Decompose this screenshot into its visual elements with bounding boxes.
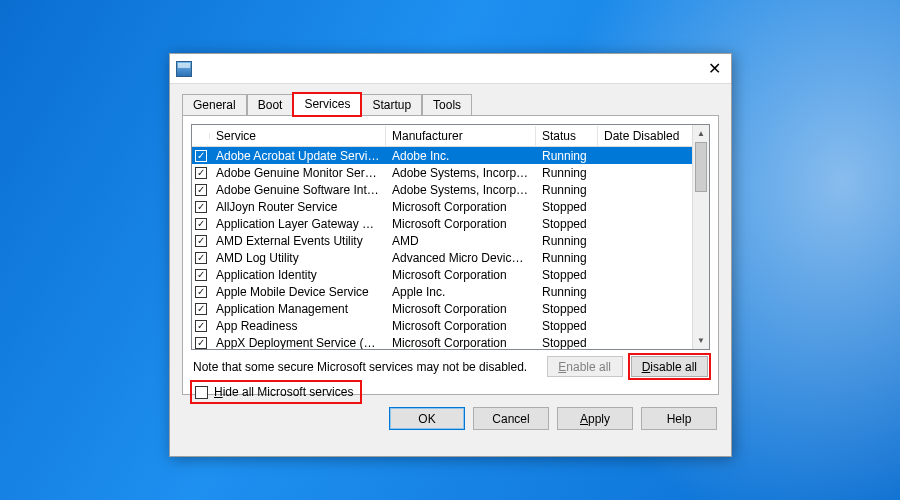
row-checkbox[interactable]: ✓ [195,303,207,315]
cell-status: Stopped [536,336,598,350]
cell-status: Stopped [536,319,598,333]
cell-status: Running [536,251,598,265]
cell-manufacturer: Microsoft Corporation [386,217,536,231]
tab-general[interactable]: General [182,94,247,116]
cell-status: Running [536,149,598,163]
col-service[interactable]: Service [210,126,386,146]
listview-header[interactable]: Service Manufacturer Status Date Disable… [192,125,709,147]
table-row[interactable]: ✓Apple Mobile Device ServiceApple Inc.Ru… [192,283,709,300]
table-row[interactable]: ✓Application IdentityMicrosoft Corporati… [192,266,709,283]
row-checkbox[interactable]: ✓ [195,286,207,298]
cell-service: Adobe Acrobat Update Service [210,149,386,163]
row-checkbox[interactable]: ✓ [195,167,207,179]
disable-all-mnemonic: D [642,360,651,374]
cell-service: Application Identity [210,268,386,282]
services-listview[interactable]: Service Manufacturer Status Date Disable… [191,124,710,350]
close-icon[interactable]: ✕ [708,61,721,77]
hide-microsoft-label: Hide all Microsoft services [214,385,353,399]
scroll-up-icon[interactable]: ▲ [693,125,709,142]
row-checkbox[interactable]: ✓ [195,337,207,349]
enable-all-rest: nable all [566,360,611,374]
table-row[interactable]: ✓AMD External Events UtilityAMDRunning [192,232,709,249]
cell-manufacturer: Adobe Inc. [386,149,536,163]
titlebar: ✕ [170,54,731,84]
help-button[interactable]: Help [641,407,717,430]
cell-manufacturer: Microsoft Corporation [386,302,536,316]
vertical-scrollbar[interactable]: ▲ ▼ [692,125,709,349]
cell-status: Running [536,183,598,197]
cell-service: AllJoyn Router Service [210,200,386,214]
cell-manufacturer: Microsoft Corporation [386,268,536,282]
cell-service: AMD Log Utility [210,251,386,265]
table-row[interactable]: ✓Application ManagementMicrosoft Corpora… [192,300,709,317]
cell-status: Running [536,234,598,248]
listview-body: ✓Adobe Acrobat Update ServiceAdobe Inc.R… [192,147,709,349]
secure-services-note: Note that some secure Microsoft services… [193,360,527,374]
cell-manufacturer: Advanced Micro Devices, I... [386,251,536,265]
row-checkbox[interactable]: ✓ [195,218,207,230]
tabstrip: GeneralBootServicesStartupTools [170,84,731,115]
scroll-thumb[interactable] [695,142,707,192]
table-row[interactable]: ✓App ReadinessMicrosoft CorporationStopp… [192,317,709,334]
table-row[interactable]: ✓AllJoyn Router ServiceMicrosoft Corpora… [192,198,709,215]
cell-manufacturer: AMD [386,234,536,248]
cell-service: Application Layer Gateway Service [210,217,386,231]
cell-status: Running [536,285,598,299]
table-row[interactable]: ✓Adobe Acrobat Update ServiceAdobe Inc.R… [192,147,709,164]
hide-microsoft-checkbox[interactable] [195,386,208,399]
cell-service: Apple Mobile Device Service [210,285,386,299]
cell-manufacturer: Adobe Systems, Incorpora... [386,183,536,197]
cell-status: Stopped [536,302,598,316]
row-checkbox[interactable]: ✓ [195,269,207,281]
cell-service: AMD External Events Utility [210,234,386,248]
cell-status: Stopped [536,200,598,214]
services-tab-panel: Service Manufacturer Status Date Disable… [182,115,719,395]
tab-services[interactable]: Services [293,93,361,116]
cell-status: Stopped [536,268,598,282]
ok-button[interactable]: OK [389,407,465,430]
col-status[interactable]: Status [536,126,598,146]
col-date-disabled[interactable]: Date Disabled [598,126,690,146]
row-checkbox[interactable]: ✓ [195,150,207,162]
hide-microsoft-services-control[interactable]: Hide all Microsoft services [193,383,359,401]
msconfig-dialog: ✕ GeneralBootServicesStartupTools Servic… [169,53,732,457]
cell-manufacturer: Microsoft Corporation [386,336,536,350]
tab-tools[interactable]: Tools [422,94,472,116]
cell-manufacturer: Apple Inc. [386,285,536,299]
cell-manufacturer: Microsoft Corporation [386,319,536,333]
table-row[interactable]: ✓Application Layer Gateway ServiceMicros… [192,215,709,232]
row-checkbox[interactable]: ✓ [195,184,207,196]
cell-service: App Readiness [210,319,386,333]
tab-boot[interactable]: Boot [247,94,294,116]
row-checkbox[interactable]: ✓ [195,201,207,213]
cell-service: Application Management [210,302,386,316]
row-checkbox[interactable]: ✓ [195,252,207,264]
table-row[interactable]: ✓Adobe Genuine Monitor ServiceAdobe Syst… [192,164,709,181]
cancel-button[interactable]: Cancel [473,407,549,430]
tab-startup[interactable]: Startup [361,94,422,116]
cell-service: AppX Deployment Service (AppX... [210,336,386,350]
row-checkbox[interactable]: ✓ [195,320,207,332]
disable-all-button[interactable]: Disable all [631,356,708,377]
cell-service: Adobe Genuine Monitor Service [210,166,386,180]
table-row[interactable]: ✓Adobe Genuine Software Integri...Adobe … [192,181,709,198]
cell-service: Adobe Genuine Software Integri... [210,183,386,197]
scroll-track[interactable] [693,142,709,332]
table-row[interactable]: ✓AMD Log UtilityAdvanced Micro Devices, … [192,249,709,266]
cell-manufacturer: Adobe Systems, Incorpora... [386,166,536,180]
disable-all-rest: isable all [650,360,697,374]
cell-status: Stopped [536,217,598,231]
cell-status: Running [536,166,598,180]
apply-button[interactable]: Apply [557,407,633,430]
row-checkbox[interactable]: ✓ [195,235,207,247]
col-manufacturer[interactable]: Manufacturer [386,126,536,146]
dialog-button-row: OK Cancel Apply Help [170,403,731,440]
scroll-down-icon[interactable]: ▼ [693,332,709,349]
app-icon [176,61,192,77]
cell-manufacturer: Microsoft Corporation [386,200,536,214]
table-row[interactable]: ✓AppX Deployment Service (AppX...Microso… [192,334,709,349]
enable-all-button[interactable]: Enable all [547,356,623,377]
